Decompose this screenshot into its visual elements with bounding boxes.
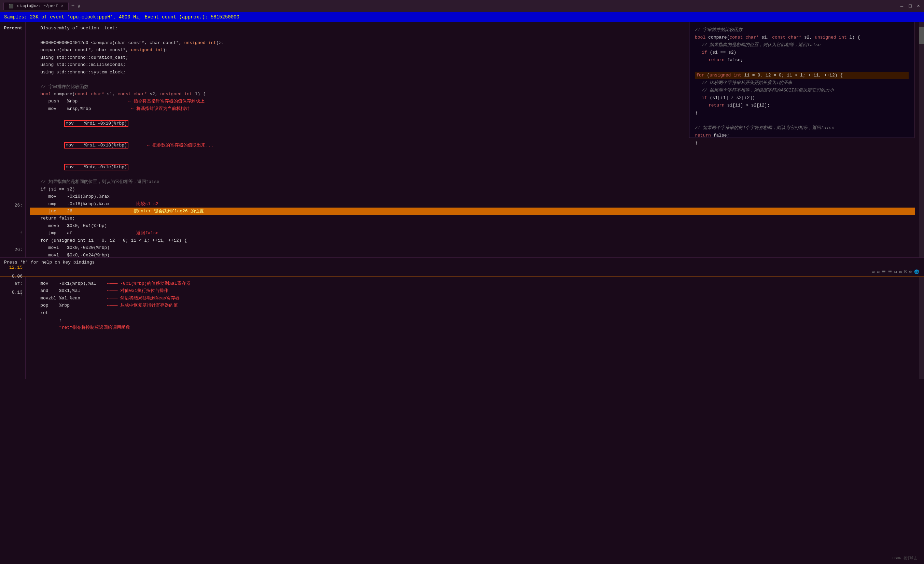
status-text: Samples: 23K of event 'cpu-clock:pppH', … bbox=[4, 14, 239, 20]
overlay-line: } bbox=[695, 139, 909, 147]
bottom-code-line: movzbl %al,%eax ←——— 然后将结果移动到%eax寄存器 bbox=[30, 295, 915, 302]
code-line: movl $0x0,-0x24(%rbp) bbox=[30, 252, 915, 257]
bottom-code-panel: mov -0x1(%rbp),%al ←——— -0x1(%rbp)的值移动到%… bbox=[26, 277, 919, 379]
new-tab-button[interactable]: + bbox=[71, 3, 75, 9]
icon-toolbar: ⊞ ⊡ ☰ ☷ ⊟ ⊠ ☈ ⚙ 🌐 bbox=[0, 267, 924, 276]
overlay-line bbox=[695, 117, 909, 124]
overlay-line: // 如果两个字符不相等，则根据字符的ASCII码值决定它们的大小 bbox=[695, 87, 909, 94]
code-line: if (s1 == s2) bbox=[30, 186, 915, 193]
tab-label: xiaqiu@xz: ~/perf bbox=[16, 4, 58, 9]
close-button[interactable]: × bbox=[917, 3, 920, 9]
code-line: jmp af 返回false bbox=[30, 230, 915, 237]
titlebar: ⬛ xiaqiu@xz: ~/perf × + ∨ — □ × bbox=[0, 0, 924, 12]
minimize-button[interactable]: — bbox=[900, 3, 903, 9]
overlay-line-highlight: for (unsigned int i1 = 0, i2 = 0; i1 < l… bbox=[695, 72, 909, 79]
percent-gutter: Percent 26: ↓ bbox=[0, 22, 26, 257]
help-bar: Press 'h' for help on key bindings bbox=[0, 257, 924, 267]
overlay-line: if (s1[i1] ≠ s2[i2]) bbox=[695, 94, 909, 102]
bottom-code-line: mov -0x1(%rbp),%al ←——— -0x1(%rbp)的值移动到%… bbox=[30, 280, 915, 287]
code-line: movl $0x0,-0x20(%rbp) bbox=[30, 244, 915, 251]
overlay-line: // 如果指向的是相同的位置，则认为它们相等，返回false bbox=[695, 41, 909, 49]
code-line: // 如果指向的是相同的位置，则认为它们相等，返回false bbox=[30, 178, 915, 185]
watermark: CSDN @打球去 bbox=[892, 555, 917, 561]
overlay-line: if (s1 == s2) bbox=[695, 49, 909, 56]
scrollbar-thumb[interactable] bbox=[919, 27, 924, 44]
terminal-tab[interactable]: ⬛ xiaqiu@xz: ~/perf × bbox=[3, 2, 69, 10]
overlay-line bbox=[695, 64, 909, 71]
terminal-icon: ⬛ bbox=[9, 4, 14, 9]
scrollbar[interactable] bbox=[919, 22, 924, 257]
overlay-line: bool compare(const char* s1, const char*… bbox=[695, 34, 909, 41]
code-line-highlighted: jne 26 按enter 键会跳到flag26 的位置 bbox=[30, 208, 915, 215]
code-line: return false; bbox=[30, 215, 915, 222]
bottom-code-line: ret bbox=[30, 309, 915, 316]
overlay-line: // 如果两个字符串的前l个字符都相同，则认为它们相等，返回false bbox=[695, 124, 909, 132]
bottom-code-line: and $0x1,%al ←——— 对值0x1执行按位与操作 bbox=[30, 287, 915, 294]
window-controls: — □ × bbox=[900, 3, 920, 9]
bottom-code-line: "ret"指令将控制权返回给调用函数 bbox=[30, 324, 915, 331]
toolbar-icons: ⊞ ⊡ ☰ ☷ ⊟ ⊠ ☈ ⚙ 🌐 bbox=[872, 269, 919, 274]
code-line: cmp -0x18(%rbp),%rax 比较s1 s2 bbox=[30, 200, 915, 208]
overlay-line: return s1[i1] > s2[i2]; bbox=[695, 102, 909, 109]
bottom-scrollbar[interactable] bbox=[919, 277, 924, 379]
code-line: mov %edx,-0x1c(%rbp) bbox=[30, 156, 915, 178]
overlay-line: // 字串排序的比较函数 bbox=[695, 26, 909, 34]
tab-close-button[interactable]: × bbox=[61, 4, 63, 9]
maximize-button[interactable]: □ bbox=[909, 3, 911, 9]
overlay-line: } bbox=[695, 109, 909, 117]
code-line: movb $0x0,-0x1(%rbp) bbox=[30, 222, 915, 230]
chevron-down-icon[interactable]: ∨ bbox=[77, 3, 81, 9]
percent-header: Percent bbox=[0, 25, 22, 32]
overlay-line: return false; bbox=[695, 132, 909, 139]
code-line: for (unsigned int i1 = 0, i2 = 0; i1 < l… bbox=[30, 237, 915, 244]
code-panel: Disassembly of section .text: 0000000000… bbox=[26, 22, 919, 257]
overlay-code-panel: // 字串排序的比较函数 bool compare(const char* s1… bbox=[689, 22, 915, 138]
overlay-line: // 比较两个字符串从开头开始长度为l的子串 bbox=[695, 79, 909, 87]
bottom-code-line: pop %rbp ←——— 从栈中恢复基指针寄存器的值 bbox=[30, 302, 915, 309]
status-bar: Samples: 23K of event 'cpu-clock:pppH', … bbox=[0, 12, 924, 22]
bottom-section: af: 0.13 ← mov -0x1(%rbp),%al ←——— -0x1(… bbox=[0, 276, 924, 379]
code-line: mov -0x10(%rbp),%rax bbox=[30, 193, 915, 200]
overlay-line: return false; bbox=[695, 56, 909, 64]
bottom-code-line: ↑ bbox=[30, 316, 915, 324]
